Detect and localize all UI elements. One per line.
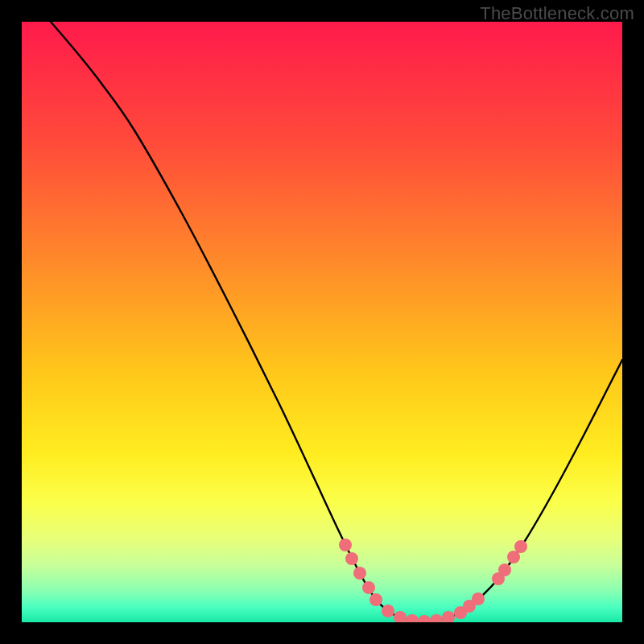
data-marker — [507, 551, 520, 564]
data-marker — [382, 605, 394, 617]
data-marker — [514, 540, 527, 553]
data-marker — [369, 593, 382, 606]
data-marker — [353, 567, 366, 580]
data-marker — [362, 581, 375, 594]
data-marker — [472, 592, 485, 605]
gradient-background — [22, 22, 622, 622]
chart-frame: TheBottleneck.com — [0, 0, 644, 644]
data-marker — [345, 552, 358, 565]
data-marker — [498, 564, 511, 576]
data-marker — [339, 539, 352, 551]
watermark-text: TheBottleneck.com — [480, 3, 634, 24]
chart-svg — [22, 22, 622, 622]
plot-area — [22, 22, 622, 622]
